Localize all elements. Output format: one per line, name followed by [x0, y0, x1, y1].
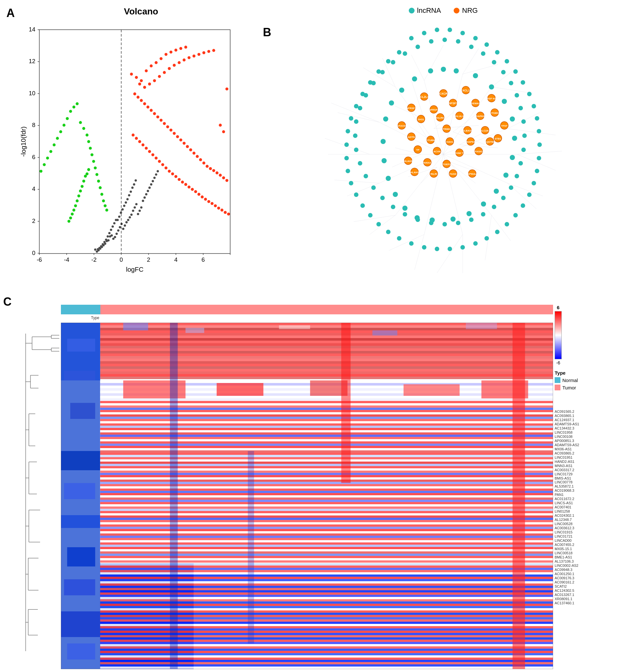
svg-rect-637	[100, 568, 553, 570]
svg-rect-679	[100, 662, 553, 664]
svg-rect-514	[100, 333, 553, 336]
type-label: Type	[61, 316, 100, 322]
svg-point-139	[135, 76, 138, 79]
svg-text:8: 8	[32, 122, 35, 128]
svg-point-79	[135, 179, 137, 182]
svg-rect-570	[100, 421, 553, 424]
svg-point-92	[105, 239, 107, 241]
svg-point-90	[108, 232, 110, 234]
type-legend-tumor: Tumor	[555, 385, 624, 390]
gene-label: AC001250.1	[555, 572, 624, 576]
svg-point-65	[148, 187, 151, 189]
svg-rect-678	[100, 660, 553, 662]
gene-label: LINC01915	[555, 530, 624, 534]
gene-label: AC013267.1	[555, 593, 624, 597]
svg-line-275	[414, 235, 424, 270]
type-bar-tumor	[100, 305, 553, 314]
svg-rect-628	[100, 547, 553, 549]
svg-point-339	[456, 39, 460, 44]
volcano-container: 14 12 10 8 6 4 2 0 -log10(fdr)	[19, 23, 244, 273]
svg-point-182	[186, 145, 189, 148]
lncrna-dot	[409, 8, 414, 14]
svg-rect-517	[100, 341, 553, 343]
panel-c: C	[0, 289, 630, 672]
svg-point-369	[354, 119, 358, 124]
svg-point-319	[386, 230, 390, 234]
svg-point-169	[143, 102, 146, 105]
svg-rect-0	[40, 30, 230, 254]
svg-point-121	[43, 163, 46, 166]
svg-text:0: 0	[32, 249, 35, 256]
svg-rect-621	[100, 531, 553, 533]
gene-label: LINC01958	[555, 430, 624, 435]
svg-point-115	[46, 157, 49, 160]
svg-point-201	[151, 153, 154, 156]
svg-point-313	[460, 245, 465, 249]
svg-rect-530	[100, 374, 553, 377]
svg-point-297	[521, 80, 525, 85]
svg-point-337	[429, 39, 433, 44]
svg-point-162	[198, 53, 200, 56]
svg-rect-658	[100, 615, 553, 617]
svg-point-105	[62, 124, 66, 127]
gene-label: AC019068.3	[555, 488, 624, 493]
svg-rect-571	[100, 424, 553, 426]
svg-point-136	[87, 168, 90, 171]
svg-rect-513	[100, 330, 553, 333]
svg-rect-645	[100, 586, 553, 588]
svg-point-344	[509, 81, 513, 85]
svg-point-372	[371, 81, 376, 85]
svg-point-94	[102, 243, 104, 245]
svg-point-152	[148, 82, 151, 85]
gene-label: AC093865.2	[555, 451, 624, 455]
svg-point-200	[148, 150, 151, 153]
svg-point-150	[138, 82, 141, 85]
svg-rect-539	[64, 371, 95, 380]
svg-point-144	[160, 57, 162, 60]
svg-point-55	[140, 206, 142, 209]
svg-rect-680	[100, 664, 553, 667]
gene-label: LINC01951	[555, 455, 624, 460]
svg-point-104	[66, 117, 69, 120]
svg-point-449	[489, 85, 494, 90]
svg-text:TRIM1: TRIM1	[443, 128, 451, 130]
svg-rect-668	[100, 638, 553, 640]
type-legend-normal: Normal	[555, 377, 624, 383]
svg-point-174	[160, 119, 162, 122]
panel-b-label: B	[263, 26, 271, 39]
svg-text:OTUBM: OTUBM	[426, 139, 435, 142]
svg-rect-635	[100, 563, 553, 566]
svg-text:TNFRSF1B: TNFRSF1B	[405, 107, 418, 110]
svg-text:FASD: FASD	[450, 173, 457, 175]
svg-rect-646	[100, 588, 553, 590]
svg-point-351	[514, 174, 519, 178]
heatmap-container: Type	[22, 302, 624, 670]
gene-label: HAND2-AS1	[555, 460, 624, 464]
svg-point-307	[521, 203, 525, 208]
svg-point-134	[69, 217, 72, 219]
svg-point-70	[120, 212, 122, 214]
gene-label: AC024302.1	[555, 513, 624, 518]
svg-rect-638	[100, 570, 553, 572]
gene-label: AC090161.2	[555, 580, 624, 584]
svg-point-199	[145, 147, 148, 149]
svg-text:TP: TP	[416, 148, 419, 151]
svg-point-54	[138, 210, 141, 212]
svg-point-173	[156, 116, 159, 118]
svg-point-350	[519, 161, 523, 166]
svg-point-83	[153, 177, 155, 179]
svg-rect-586	[100, 453, 553, 455]
svg-rect-596	[100, 475, 553, 477]
svg-rect-603	[100, 491, 553, 493]
svg-point-340	[469, 45, 474, 49]
svg-point-333	[376, 69, 381, 74]
svg-rect-662	[100, 624, 553, 626]
svg-point-130	[76, 199, 79, 202]
svg-rect-602	[100, 488, 553, 491]
svg-rect-619	[100, 527, 553, 529]
svg-rect-592	[100, 466, 553, 468]
gene-label: AC093865.1	[555, 414, 624, 418]
volcano-svg: 14 12 10 8 6 4 2 0 -log10(fdr)	[19, 23, 244, 273]
svg-rect-653	[100, 604, 553, 606]
svg-rect-526	[100, 364, 553, 366]
